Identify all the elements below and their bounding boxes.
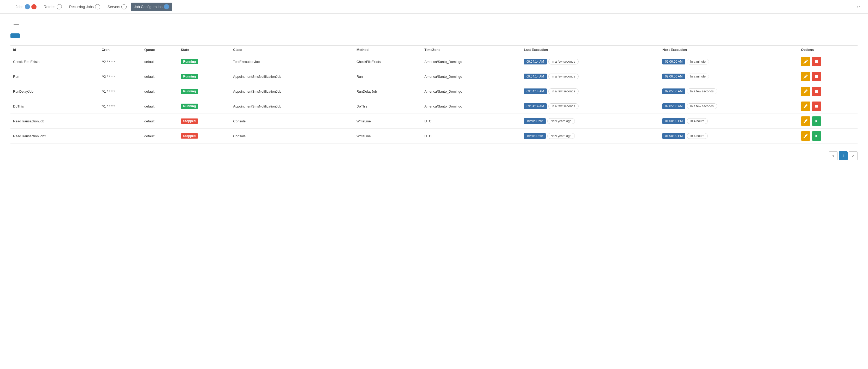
- stop-button[interactable]: [812, 72, 821, 81]
- cell-state: Stopped: [178, 129, 231, 144]
- table-row: Check-File-Exists */2 * * * * default Ru…: [10, 54, 858, 69]
- jobs-table: Id Cron Queue State Class Method TimeZon…: [10, 46, 858, 144]
- last-exec-relative: In a few seconds: [548, 103, 579, 109]
- table-row: RunDelayJob */1 * * * * default Running …: [10, 84, 858, 99]
- cell-state: Running: [178, 69, 231, 84]
- nav-retries-badge: [57, 4, 62, 9]
- page-count-badge: [13, 24, 19, 25]
- last-exec-relative: In a few seconds: [548, 73, 579, 79]
- cell-state: Running: [178, 99, 231, 114]
- cell-last-exec: 09:04:14 AM In a few seconds: [521, 54, 660, 69]
- col-class: Class: [230, 46, 354, 54]
- cell-options: [798, 99, 858, 114]
- nav-retries[interactable]: Retries: [41, 3, 65, 11]
- nav-servers-label: Servers: [107, 5, 120, 9]
- nav-recurring[interactable]: Recurring Jobs: [66, 3, 103, 11]
- pagination-current[interactable]: 1: [839, 151, 848, 160]
- cell-method: DoThis: [354, 99, 422, 114]
- cell-options: [798, 114, 858, 129]
- cell-method: WriteLine: [354, 114, 422, 129]
- nav-servers-badge: [121, 4, 127, 9]
- col-next-exec: Next Execution: [660, 46, 798, 54]
- cell-timezone: UTC: [422, 129, 521, 144]
- cell-cron: [99, 129, 142, 144]
- cell-class: Console: [230, 114, 354, 129]
- table-row: Run */2 * * * * default Running Appointm…: [10, 69, 858, 84]
- cell-id: ReadTransactionJob: [10, 114, 99, 129]
- nav-jobs[interactable]: Jobs: [12, 3, 40, 11]
- table-header: Id Cron Queue State Class Method TimeZon…: [10, 46, 858, 54]
- edit-button[interactable]: [801, 131, 810, 141]
- run-button[interactable]: [812, 131, 821, 141]
- cell-id: DoThis: [10, 99, 99, 114]
- stop-button[interactable]: [812, 57, 821, 66]
- col-options: Options: [798, 46, 858, 54]
- back-icon: ↩: [857, 5, 860, 9]
- col-id: Id: [10, 46, 99, 54]
- next-exec-relative: In a few seconds: [687, 103, 717, 109]
- nav-jobs-badge: [25, 4, 30, 9]
- svg-rect-1: [815, 75, 818, 78]
- cell-timezone: UTC: [422, 114, 521, 129]
- cell-state: Running: [178, 84, 231, 99]
- next-exec-time: 09:05:00 AM: [662, 103, 685, 109]
- cell-next-exec: 01:00:00 PM In 4 hours: [660, 114, 798, 129]
- cell-queue: default: [142, 69, 178, 84]
- next-exec-time: 09:06:00 AM: [662, 73, 685, 79]
- svg-rect-0: [815, 60, 818, 63]
- next-exec-relative: In 4 hours: [687, 133, 708, 139]
- cell-id: Check-File-Exists: [10, 54, 99, 69]
- nav-recurring-label: Recurring Jobs: [69, 5, 94, 9]
- edit-button[interactable]: [801, 87, 810, 96]
- cell-options: [798, 129, 858, 144]
- col-last-exec: Last Execution: [521, 46, 660, 54]
- cell-id: RunDelayJob: [10, 84, 99, 99]
- back-to-site[interactable]: ↩: [857, 5, 862, 9]
- nav-job-config[interactable]: Job Configuration: [131, 3, 172, 11]
- edit-button[interactable]: [801, 116, 810, 126]
- add-new-job-button[interactable]: [10, 33, 20, 38]
- next-exec-time: 09:06:00 AM: [662, 59, 685, 64]
- next-exec-relative: In a minute: [687, 73, 709, 79]
- stop-button[interactable]: [812, 87, 821, 96]
- main-content: Id Cron Queue State Class Method TimeZon…: [0, 13, 868, 369]
- run-button[interactable]: [812, 116, 821, 126]
- cell-queue: default: [142, 99, 178, 114]
- nav-servers[interactable]: Servers: [104, 3, 130, 11]
- cell-method: RunDelayJob: [354, 84, 422, 99]
- cell-state: Running: [178, 54, 231, 69]
- pagination-prev[interactable]: <: [829, 151, 838, 160]
- cell-timezone: America/Santo_Domingo: [422, 84, 521, 99]
- cell-next-exec: 09:05:00 AM In a few seconds: [660, 84, 798, 99]
- navbar: Jobs Retries Recurring Jobs Servers Job …: [0, 0, 868, 13]
- cell-queue: default: [142, 129, 178, 144]
- cell-options: [798, 84, 858, 99]
- pagination-next[interactable]: >: [849, 151, 858, 160]
- table-row: ReadTransactionJob2 default Stopped Cons…: [10, 129, 858, 144]
- last-exec-time: 09:04:14 AM: [524, 73, 547, 79]
- state-badge: Stopped: [181, 119, 198, 124]
- edit-button[interactable]: [801, 57, 810, 66]
- cell-timezone: America/Santo_Domingo: [422, 99, 521, 114]
- edit-button[interactable]: [801, 101, 810, 111]
- cell-state: Stopped: [178, 114, 231, 129]
- nav-job-config-badge: [164, 4, 169, 9]
- cell-queue: default: [142, 84, 178, 99]
- cell-queue: default: [142, 54, 178, 69]
- stop-button[interactable]: [812, 101, 821, 111]
- last-exec-time: Invalid Date: [524, 118, 546, 124]
- edit-button[interactable]: [801, 72, 810, 81]
- cell-next-exec: 09:06:00 AM In a minute: [660, 54, 798, 69]
- cell-cron: */1 * * * *: [99, 84, 142, 99]
- cell-class: AppointmentSmsNotificationJob: [230, 99, 354, 114]
- next-exec-time: 09:05:00 AM: [662, 89, 685, 94]
- nav-job-config-label: Job Configuration: [134, 5, 163, 9]
- cell-id: Run: [10, 69, 99, 84]
- state-badge: Running: [181, 103, 198, 109]
- col-queue: Queue: [142, 46, 178, 54]
- cell-last-exec: Invalid Date NaN years ago: [521, 114, 660, 129]
- cell-next-exec: 01:00:00 PM In 4 hours: [660, 129, 798, 144]
- last-exec-relative: NaN years ago: [547, 118, 575, 124]
- col-cron: Cron: [99, 46, 142, 54]
- cell-cron: */1 * * * *: [99, 99, 142, 114]
